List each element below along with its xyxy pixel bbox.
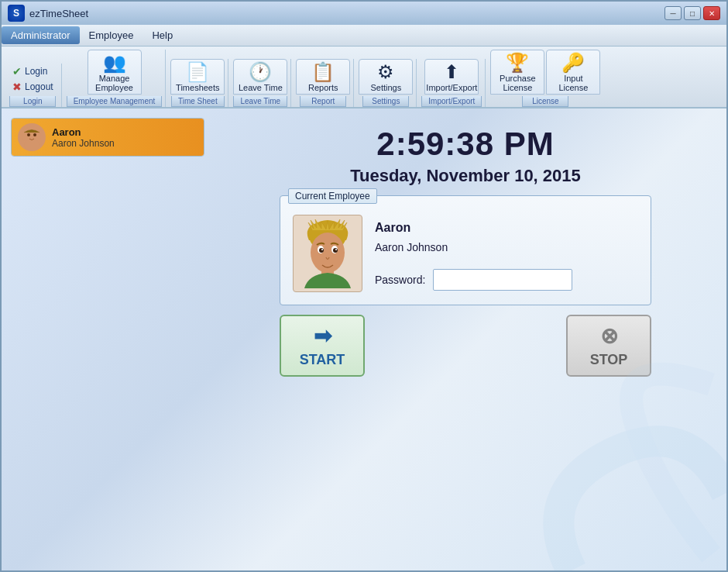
employee-mgmt-group-label: Employee Management <box>67 96 163 107</box>
employee-short-name-panel: Aaron <box>375 221 638 235</box>
clock-date: Tuesday, November 10, 2015 <box>350 166 581 186</box>
toolbar-group-import-export: ⬆ Import/Export Import/Export <box>418 59 486 107</box>
time-display: 2:59:38 PM Tuesday, November 10, 2015 <box>350 118 581 186</box>
purchase-license-button[interactable]: 🏆 Purchase License <box>490 50 544 95</box>
login-group-label: Login <box>9 96 56 107</box>
timesheet-group-label: Time Sheet <box>171 96 225 107</box>
input-license-icon: 🔑 <box>561 53 585 72</box>
manage-employee-label: Manage Employee <box>91 74 138 92</box>
start-arrow-icon: ➡ <box>314 323 331 349</box>
leave-time-button[interactable]: 🕐 Leave Time <box>233 59 287 95</box>
current-employee-title: Current Employee <box>288 188 377 204</box>
logout-x-icon: ✖ <box>12 81 22 93</box>
stop-x-icon: ⊗ <box>600 323 618 349</box>
password-row: Password: <box>375 269 638 291</box>
svg-point-1 <box>24 139 39 151</box>
svg-point-5 <box>311 233 345 273</box>
menu-employee[interactable]: Employee <box>80 26 143 44</box>
manage-employee-button[interactable]: 👥 Manage Employee <box>88 50 142 95</box>
login-label: Login <box>25 66 47 77</box>
window-title: ezTimeSheet <box>29 8 88 19</box>
password-input[interactable] <box>433 269 572 291</box>
content-area: Aaron Aaron Johnson 2:59:38 PM Tuesday, … <box>2 109 726 570</box>
employee-list: Aaron Aaron Johnson <box>11 118 204 157</box>
settings-button[interactable]: ⚙ Settings <box>359 59 413 95</box>
leave-time-label: Leave Time <box>239 83 283 92</box>
toolbar-group-login: ✔ Login ✖ Logout Login <box>5 64 62 107</box>
login-check-icon: ✔ <box>12 65 22 78</box>
employee-panel: Aaron Aaron Johnson Password: <box>293 215 638 292</box>
employee-details: Aaron Aaron Johnson Password: <box>375 215 638 291</box>
avatar-face-icon <box>18 123 46 151</box>
reports-group-label: Report <box>300 96 346 107</box>
titlebar-left: S ezTimeSheet <box>8 5 88 22</box>
password-label: Password: <box>375 274 425 286</box>
toolbar: ✔ Login ✖ Logout Login 👥 Manage Employee… <box>2 47 726 109</box>
app-logo: S <box>8 5 25 22</box>
titlebar-controls: ─ □ ✕ <box>664 6 720 20</box>
avatar-full-icon <box>297 219 359 288</box>
current-employee-panel: Current Employee <box>280 195 651 305</box>
logout-label: Logout <box>25 81 53 92</box>
svg-point-9 <box>333 248 338 253</box>
menu-administrator[interactable]: Administrator <box>2 26 80 44</box>
svg-point-2 <box>27 133 30 136</box>
import-export-icon: ⬆ <box>444 63 459 81</box>
timesheets-icon: 📄 <box>186 63 209 81</box>
settings-label: Settings <box>370 83 401 92</box>
menubar: Administrator Employee Help <box>2 25 726 47</box>
leave-time-icon: 🕐 <box>249 63 272 81</box>
minimize-button[interactable]: ─ <box>664 6 682 20</box>
titlebar: S ezTimeSheet ─ □ ✕ <box>2 2 726 25</box>
app-window: S ezTimeSheet ─ □ ✕ Administrator Employ… <box>0 0 728 572</box>
stop-label: STOP <box>590 352 628 368</box>
stop-button[interactable]: ⊗ STOP <box>566 315 651 377</box>
svg-point-8 <box>319 248 324 253</box>
employee-info-small: Aaron Aaron Johnson <box>52 126 115 149</box>
employee-full-name-panel: Aaron Johnson <box>375 241 638 253</box>
clock-time: 2:59:38 PM <box>350 126 581 163</box>
toolbar-group-reports: 📋 Reports Report <box>293 59 354 107</box>
license-buttons: 🏆 Purchase License 🔑 Input License <box>490 50 600 95</box>
settings-icon: ⚙ <box>377 63 394 81</box>
reports-button[interactable]: 📋 Reports <box>296 59 350 95</box>
employee-item[interactable]: Aaron Aaron Johnson <box>12 119 204 156</box>
employee-short-name: Aaron <box>52 126 115 138</box>
import-export-button[interactable]: ⬆ Import/Export <box>424 59 479 95</box>
menu-help[interactable]: Help <box>143 26 182 44</box>
license-group-label: License <box>522 96 568 107</box>
start-button[interactable]: ➡ START <box>280 315 365 377</box>
timesheets-label: Timesheets <box>176 83 219 92</box>
action-buttons: ➡ START ⊗ STOP <box>280 315 651 377</box>
logout-button[interactable]: ✖ Logout <box>9 79 57 95</box>
employee-full-name-list: Aaron Johnson <box>52 138 115 149</box>
settings-group-label: Settings <box>362 96 409 107</box>
import-export-label: Import/Export <box>426 83 477 92</box>
input-license-label: Input License <box>550 74 596 92</box>
svg-point-3 <box>33 133 36 136</box>
purchase-license-icon: 🏆 <box>506 53 529 72</box>
reports-icon: 📋 <box>311 63 335 81</box>
toolbar-group-settings: ⚙ Settings Settings <box>355 59 417 107</box>
toolbar-group-employee-mgmt: 👥 Manage Employee Employee Management <box>64 50 167 107</box>
employee-avatar-large <box>293 215 362 292</box>
close-button[interactable]: ✕ <box>703 6 720 20</box>
leave-group-label: Leave Time <box>233 96 287 107</box>
toolbar-group-license: 🏆 Purchase License 🔑 Input License Licen… <box>487 50 603 107</box>
maximize-button[interactable]: □ <box>684 6 701 20</box>
svg-point-10 <box>321 249 323 250</box>
toolbar-group-leave: 🕐 Leave Time Leave Time <box>230 59 291 107</box>
svg-point-11 <box>335 249 337 250</box>
import-export-group-label: Import/Export <box>421 96 482 107</box>
main-area: 2:59:38 PM Tuesday, November 10, 2015 Cu… <box>214 118 717 561</box>
timesheets-button[interactable]: 📄 Timesheets <box>170 59 225 95</box>
login-button[interactable]: ✔ Login <box>9 64 57 79</box>
employee-avatar-small <box>18 123 46 151</box>
input-license-button[interactable]: 🔑 Input License <box>546 50 600 95</box>
start-label: START <box>300 352 345 368</box>
manage-employee-icon: 👥 <box>103 53 126 72</box>
purchase-license-label: Purchase License <box>494 74 541 92</box>
toolbar-group-timesheet: 📄 Timesheets Time Sheet <box>167 59 228 107</box>
reports-label: Reports <box>308 83 338 92</box>
